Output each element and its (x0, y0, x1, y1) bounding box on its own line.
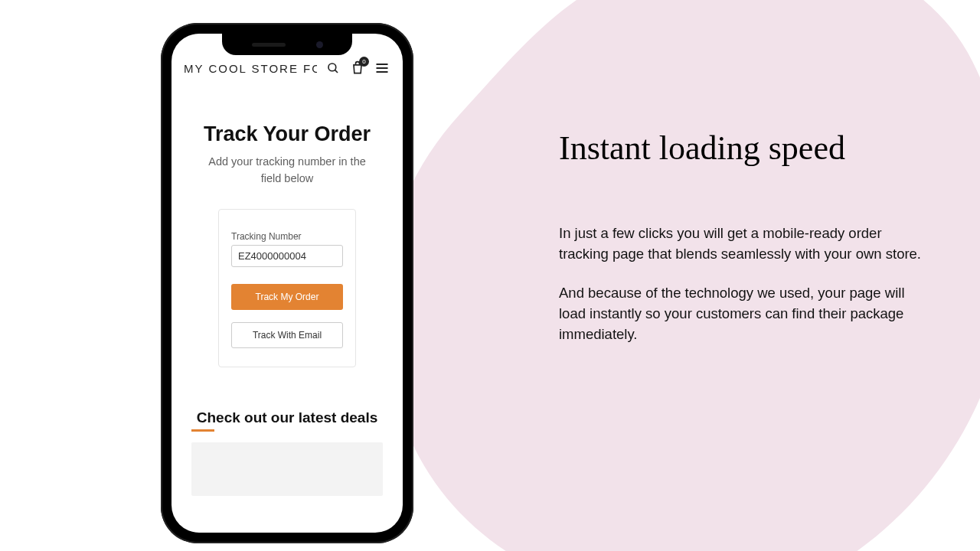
hamburger-menu-icon[interactable] (374, 60, 390, 77)
search-icon[interactable] (325, 60, 341, 77)
cart-icon[interactable]: 0 (349, 60, 366, 77)
deal-placeholder-card (191, 442, 383, 496)
marketing-paragraph-2: And because of the technology we used, y… (559, 283, 926, 344)
marketing-headline: Instant loading speed (559, 130, 926, 167)
store-name: MY COOL STORE FOR (184, 62, 317, 75)
tracking-number-label: Tracking Number (231, 231, 343, 242)
svg-point-0 (328, 64, 336, 71)
phone-mockup: MY COOL STORE FOR 0 Track Your Order Add… (161, 23, 413, 543)
track-order-button[interactable]: Track My Order (231, 284, 343, 310)
track-order-heading: Track Your Order (172, 122, 403, 146)
track-with-email-button[interactable]: Track With Email (231, 322, 343, 348)
tracking-form-card: Tracking Number Track My Order Track Wit… (218, 209, 356, 367)
accent-underline (191, 429, 214, 432)
cart-badge: 0 (359, 57, 369, 67)
tracking-number-input[interactable] (231, 245, 343, 267)
marketing-copy: Instant loading speed In just a few clic… (559, 130, 926, 344)
latest-deals-heading: Check out our latest deals (172, 409, 403, 427)
track-order-subtitle: Add your tracking number in the field be… (172, 154, 403, 187)
svg-line-1 (335, 70, 338, 73)
marketing-paragraph-1: In just a few clicks you will get a mobi… (559, 223, 926, 265)
phone-notch (222, 34, 352, 55)
